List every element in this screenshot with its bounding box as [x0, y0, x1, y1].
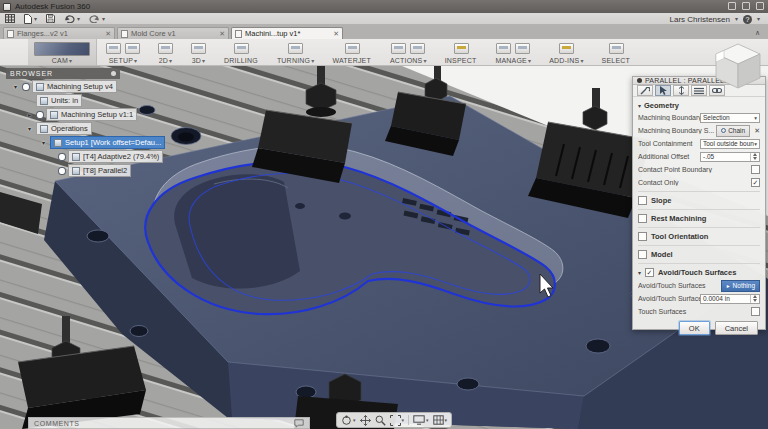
window-button-1[interactable] [728, 2, 736, 10]
ribbon-group-waterjet[interactable]: WATERJET [323, 39, 381, 65]
dialog-tab-geometry[interactable] [655, 85, 671, 96]
ribbon-group-2d[interactable]: 2D▾ [149, 39, 182, 65]
stepper-arrows[interactable] [750, 153, 759, 161]
pan-button[interactable] [360, 415, 371, 426]
comments-bar[interactable]: COMMENTS [28, 417, 310, 429]
browser-header[interactable]: BROWSER [6, 68, 120, 79]
comment-bubble-icon [294, 419, 304, 428]
tool-orientation-section[interactable]: Tool Orientation [638, 230, 760, 243]
rest-machining-checkbox[interactable] [638, 214, 647, 223]
zoom-button[interactable] [375, 415, 386, 426]
visibility-eye-icon[interactable] [58, 153, 66, 161]
rest-machining-section[interactable]: Rest Machining [638, 212, 760, 225]
tool-containment-row: Tool Containment Tool outside bound... ▾ [638, 137, 760, 150]
document-icon [36, 83, 44, 91]
file-menu-button[interactable]: ▾ [24, 14, 37, 24]
slope-section[interactable]: Slope [638, 194, 760, 207]
3d-viewport[interactable]: BROWSER ▾ Machining Setup v4 Units: in ▸… [0, 66, 768, 429]
window-button-3[interactable] [756, 2, 764, 10]
view-cube[interactable] [708, 36, 766, 94]
tab-document-1[interactable]: Flanges...v2 v1 ✕ [3, 27, 115, 39]
visibility-eye-icon[interactable] [58, 167, 66, 175]
model-checkbox[interactable] [638, 250, 647, 259]
caret-down-icon[interactable]: ▾ [14, 83, 22, 90]
drilling-icon [234, 43, 249, 54]
avoid-surfaces-select-button[interactable]: ► Nothing [721, 280, 760, 292]
help-button[interactable]: ? [743, 15, 752, 24]
dialog-tab-heights[interactable] [673, 85, 689, 96]
slope-checkbox[interactable] [638, 196, 647, 205]
data-panel-button[interactable] [5, 14, 15, 23]
addins-icon [559, 43, 574, 54]
browser-item-setup1[interactable]: ▾ Setup1 [Work offset=Defau... [6, 136, 196, 149]
stepper-arrows[interactable] [750, 295, 759, 303]
caret-down-icon: ▾ [735, 16, 738, 22]
browser-item-units[interactable]: Units: in [6, 94, 196, 107]
ribbon-group-inspect[interactable]: INSPECT [436, 39, 487, 65]
cancel-button[interactable]: Cancel [715, 321, 758, 335]
post-process-icon [410, 43, 425, 54]
browser-item-operations[interactable]: ▾ Operations [6, 122, 196, 135]
avoid-touch-section-header[interactable]: ▾ ✓ Avoid/Touch Surfaces [638, 266, 760, 279]
ribbon-group-cam[interactable]: CAM▾ [28, 39, 97, 65]
undo-button[interactable]: ▾ [64, 15, 80, 23]
browser-item-parallel2[interactable]: [T8] Parallel2 [6, 164, 196, 177]
save-button[interactable] [46, 14, 55, 23]
caret-down-icon: ▾ [638, 102, 641, 109]
browser-item-document[interactable]: ▾ Machining Setup v4 [6, 80, 196, 93]
caret-down-icon[interactable]: ▾ [42, 139, 50, 146]
3d-milling-icon [191, 43, 206, 54]
dialog-icon [637, 78, 642, 83]
browser-panel: BROWSER ▾ Machining Setup v4 Units: in ▸… [6, 68, 196, 177]
ribbon-group-actions[interactable]: ACTIONS▾ [381, 39, 436, 65]
tab-document-3-active[interactable]: Machini...tup v1* ✕ [231, 27, 343, 39]
caret-right-icon[interactable]: ▸ [28, 111, 36, 118]
visibility-eye-icon[interactable] [22, 83, 30, 91]
browser-options-icon[interactable] [111, 71, 116, 76]
tool-containment-select[interactable]: Tool outside bound... ▾ [700, 139, 760, 149]
chain-selection-button[interactable]: Chain [716, 125, 750, 137]
ribbon-group-drilling[interactable]: DRILLING [215, 39, 268, 65]
fit-button[interactable]: ▾ [390, 415, 405, 426]
contact-only-checkbox[interactable]: ✓ [751, 178, 760, 187]
avoid-touch-surfaces-row: Avoid/Touch Surfaces ► Nothing [638, 279, 760, 292]
ribbon-group-manage[interactable]: MANAGE▾ [486, 39, 540, 65]
model-section[interactable]: Model [638, 248, 760, 261]
new-setup-icon [106, 43, 121, 54]
caret-down-icon[interactable]: ▾ [28, 125, 36, 132]
avoid-clearance-input[interactable]: 0.0004 in [700, 294, 760, 304]
redo-button[interactable]: ▾ [89, 15, 105, 23]
display-settings-button[interactable]: ▾ [413, 415, 429, 425]
browser-item-adaptive2[interactable]: [T4] Adaptive2 (79.4%) [6, 150, 196, 163]
close-tab-icon[interactable]: ✕ [219, 30, 225, 38]
tool-orientation-checkbox[interactable] [638, 232, 647, 241]
dialog-tab-tool[interactable] [637, 85, 653, 96]
visibility-eye-icon[interactable] [36, 111, 44, 119]
touch-surfaces-checkbox[interactable] [751, 307, 760, 316]
machining-boundary-select[interactable]: Selection ▾ [700, 113, 760, 123]
additional-offset-input[interactable]: -.05 [700, 152, 760, 162]
contact-point-boundary-checkbox[interactable] [751, 165, 760, 174]
tab-document-2[interactable]: Mold Core v1 ✕ [117, 27, 229, 39]
ribbon-group-select[interactable]: SELECT [593, 39, 640, 65]
user-menu[interactable]: Lars Christensen [669, 15, 729, 24]
grid-layout-button[interactable]: ▾ [433, 415, 448, 425]
geometry-section-header[interactable]: ▾ Geometry [638, 99, 760, 111]
ribbon-group-turning[interactable]: TURNING▾ [268, 39, 324, 65]
chain-icon [721, 128, 726, 133]
close-tab-icon[interactable]: ✕ [105, 30, 111, 38]
clear-selection-icon[interactable]: ✕ [754, 127, 760, 135]
select-icon [609, 43, 624, 54]
dialog-tab-passes[interactable] [691, 85, 707, 96]
window-button-2[interactable] [742, 2, 750, 10]
ribbon-group-3d[interactable]: 3D▾ [182, 39, 215, 65]
browser-item-component[interactable]: ▸ Machining Setup v1:1 [6, 108, 196, 121]
avoid-touch-checkbox[interactable]: ✓ [645, 268, 654, 277]
ok-button[interactable]: OK [679, 321, 710, 335]
close-tab-icon[interactable]: ✕ [333, 30, 339, 38]
orbit-button[interactable]: ▾ [341, 415, 356, 426]
ribbon-group-setup[interactable]: SETUP▾ [97, 39, 149, 65]
document-icon [235, 30, 242, 38]
ribbon-group-addins[interactable]: ADD-INS▾ [540, 39, 592, 65]
toolpath-icon [72, 167, 80, 175]
